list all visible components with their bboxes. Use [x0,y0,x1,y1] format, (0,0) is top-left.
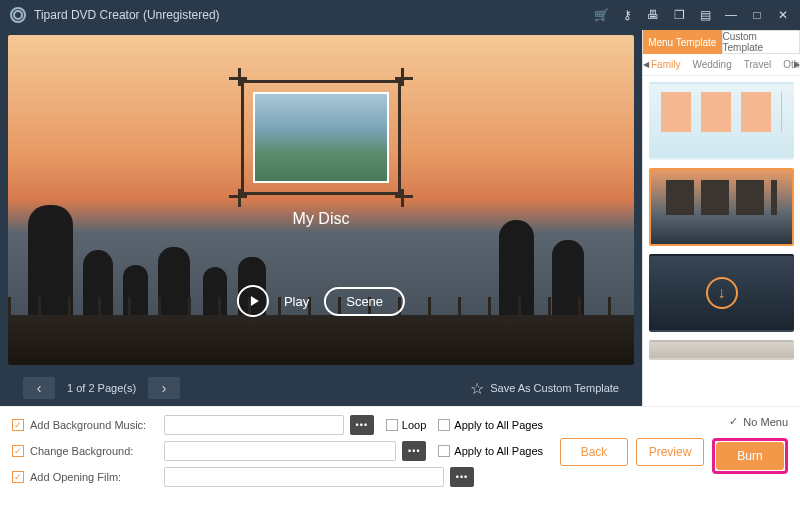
download-icon: ↓ [706,277,738,309]
bg-music-checkbox[interactable]: ✓ [12,419,24,431]
template-thumb-4[interactable] [649,340,794,360]
bg-music-label: Add Background Music: [30,419,158,431]
opening-film-label: Add Opening Film: [30,471,158,483]
help-icon[interactable]: ❐ [672,8,686,22]
no-menu-checkbox[interactable]: ✓ [729,415,738,428]
change-bg-browse-button[interactable]: ••• [402,441,426,461]
burn-highlight: Burn [712,438,788,474]
disc-title[interactable]: My Disc [293,210,350,228]
opening-film-row: ✓ Add Opening Film: ••• [12,467,543,487]
page-indicator: 1 of 2 Page(s) [67,382,136,394]
preview-button[interactable]: Preview [636,438,704,466]
main-area: My Disc Play Scene ‹ 1 of 2 Page(s) › ☆ … [0,30,800,406]
settings-icon[interactable]: ▤ [698,8,712,22]
play-label[interactable]: Play [284,294,309,309]
music-apply-all-checkbox[interactable]: ✓ [438,419,450,431]
star-icon: ☆ [470,379,484,398]
bg-apply-all-checkbox[interactable]: ✓ [438,445,450,457]
bg-music-browse-button[interactable]: ••• [350,415,374,435]
bg-apply-all-label: Apply to All Pages [454,445,543,457]
template-thumb-1[interactable] [649,82,794,160]
back-button[interactable]: Back [560,438,628,466]
loop-checkbox[interactable]: ✓ [386,419,398,431]
save-template-link[interactable]: Save As Custom Template [490,382,619,394]
opening-film-checkbox[interactable]: ✓ [12,471,24,483]
bottom-panel: ✓ Add Background Music: ••• ✓Loop ✓Apply… [0,406,800,514]
cart-icon[interactable]: 🛒 [594,8,608,22]
burn-button[interactable]: Burn [716,442,784,470]
prev-page-button[interactable]: ‹ [23,377,55,399]
video-frame[interactable] [241,80,401,195]
no-menu-option: ✓ No Menu [729,415,788,428]
bg-music-row: ✓ Add Background Music: ••• ✓Loop ✓Apply… [12,415,543,435]
bg-pier [8,315,634,365]
menu-preview-canvas: My Disc Play Scene [8,35,634,365]
template-thumb-3[interactable]: ↓ [649,254,794,332]
no-menu-label: No Menu [743,416,788,428]
actions-column: ✓ No Menu Back Preview Burn [558,415,788,508]
titlebar-icons: 🛒 ⚷ 🖶 ❐ ▤ — □ ✕ [594,8,790,22]
music-apply-all-label: Apply to All Pages [454,419,543,431]
category-scroll-left-icon[interactable]: ◀ [643,60,649,69]
template-thumb-2[interactable] [649,168,794,246]
video-thumbnail [253,92,389,183]
change-bg-label: Change Background: [30,445,158,457]
next-page-button[interactable]: › [148,377,180,399]
tab-custom-template[interactable]: Custom Template [722,30,801,54]
category-wedding[interactable]: Wedding [686,59,737,70]
app-logo-icon [10,7,26,23]
pager-bar: ‹ 1 of 2 Page(s) › ☆ Save As Custom Temp… [8,370,634,406]
change-bg-checkbox[interactable]: ✓ [12,445,24,457]
template-sidebar: Menu Template Custom Template ◀ Family W… [642,30,800,406]
opening-film-browse-button[interactable]: ••• [450,467,474,487]
preview-panel: My Disc Play Scene ‹ 1 of 2 Page(s) › ☆ … [0,30,642,406]
titlebar: Tipard DVD Creator (Unregistered) 🛒 ⚷ 🖶 … [0,0,800,30]
minimize-icon[interactable]: — [724,8,738,22]
print-icon[interactable]: 🖶 [646,8,660,22]
close-icon[interactable]: ✕ [776,8,790,22]
tab-menu-template[interactable]: Menu Template [643,30,722,54]
loop-label: Loop [402,419,426,431]
bg-music-input[interactable] [164,415,344,435]
scene-button[interactable]: Scene [324,287,405,316]
app-title: Tipard DVD Creator (Unregistered) [34,8,594,22]
maximize-icon[interactable]: □ [750,8,764,22]
category-scroll-right-icon[interactable]: ▶ [794,60,800,69]
opening-film-input[interactable] [164,467,444,487]
category-travel[interactable]: Travel [738,59,777,70]
category-tabs: ◀ Family Wedding Travel Oth ▶ [643,54,800,76]
action-buttons: Back Preview Burn [560,438,788,474]
category-family[interactable]: Family [645,59,686,70]
play-button-icon[interactable] [237,285,269,317]
change-bg-input[interactable] [164,441,396,461]
options-column: ✓ Add Background Music: ••• ✓Loop ✓Apply… [12,415,543,508]
change-bg-row: ✓ Change Background: ••• ✓Apply to All P… [12,441,543,461]
template-type-tabs: Menu Template Custom Template [643,30,800,54]
key-icon[interactable]: ⚷ [620,8,634,22]
play-controls: Play Scene [237,285,405,317]
template-thumbnails: ↓ [643,76,800,406]
